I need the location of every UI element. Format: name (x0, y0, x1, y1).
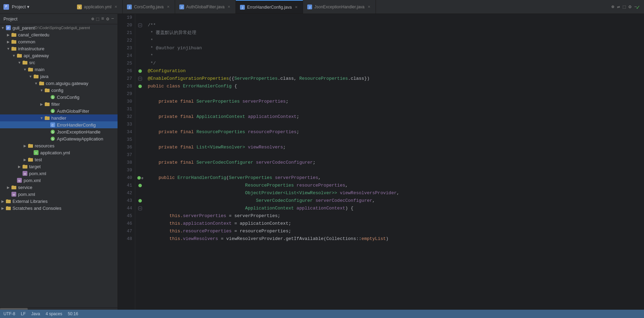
tree-item-11[interactable]: ▶ filter (0, 101, 118, 108)
code-line[interactable]: */ (145, 60, 644, 67)
locate-file-icon[interactable]: ⊕ (91, 16, 94, 22)
tree-item-13[interactable]: ▼ handler (0, 114, 118, 121)
tab-auth-global-filter[interactable]: JAuthGlobalFilter.java✕ (175, 0, 236, 14)
tree-item-26[interactable]: ▶ Scratches and Consoles (0, 205, 118, 212)
tree-item-8[interactable]: ▼ com.atguigu.gateway (0, 80, 118, 87)
tree-arrow-icon[interactable]: ▶ (6, 184, 11, 190)
code-line[interactable]: * (145, 37, 644, 44)
tree-item-16[interactable]: S ApiGatewayApplication (0, 135, 118, 142)
tree-item-15[interactable]: S JsonExceptionHandle (0, 128, 118, 135)
tree-item-10[interactable]: S CorsConfig (0, 94, 118, 101)
status-item[interactable]: Java (31, 311, 40, 316)
code-content[interactable]: /** * 覆盖默认的异常处理 * * @author yinjihuan * … (145, 14, 644, 310)
tree-item-21[interactable]: M pom.xml (0, 170, 118, 177)
code-line[interactable]: this.serverProperties = serverProperties… (145, 212, 644, 220)
tree-item-25[interactable]: ▶ External Libraries (0, 198, 118, 205)
tree-arrow-icon[interactable] (6, 191, 11, 197)
tree-item-19[interactable]: ▶ test (0, 156, 118, 163)
status-item[interactable]: UTF-8 (3, 311, 15, 316)
code-line[interactable]: @Configuration (145, 67, 644, 75)
code-line[interactable] (145, 136, 644, 144)
tree-arrow-icon[interactable]: ▶ (22, 143, 28, 148)
sidebar-content[interactable]: ▼ P guli_parent D:\Code\SpringCode\guli_… (0, 24, 118, 308)
tree-item-3[interactable]: ▼ infrastructure (0, 45, 118, 52)
code-line[interactable]: * 覆盖默认的异常处理 (145, 29, 644, 37)
close-sidebar-icon[interactable]: − (111, 16, 114, 22)
tree-arrow-icon[interactable]: ▼ (17, 60, 22, 65)
code-line[interactable] (145, 121, 644, 128)
tree-arrow-icon[interactable]: ▶ (39, 101, 44, 107)
code-line[interactable]: private final ResourceProperties resourc… (145, 128, 644, 136)
split-editor-icon[interactable]: ⇌ (617, 4, 620, 10)
collapse-all-icon[interactable]: ⬚ (96, 16, 99, 22)
tree-arrow-icon[interactable]: ▼ (39, 87, 44, 93)
tree-arrow-icon[interactable]: ▶ (17, 164, 22, 169)
add-tab-icon[interactable]: ⊕ (611, 4, 614, 10)
tree-arrow-icon[interactable]: ▼ (28, 74, 33, 79)
tree-arrow-icon[interactable]: ▶ (6, 32, 11, 37)
tree-arrow-icon[interactable]: ▼ (11, 53, 17, 58)
tree-arrow-icon[interactable]: ▼ (6, 46, 11, 51)
tree-arrow-icon[interactable]: ▶ (0, 198, 6, 204)
tab-close-button[interactable]: ✕ (226, 5, 231, 9)
code-line[interactable]: private final ServerProperties serverPro… (145, 98, 644, 105)
code-line[interactable]: this.applicationContext = applicationCon… (145, 220, 644, 227)
code-line[interactable]: /** (145, 22, 644, 29)
code-line[interactable]: private final ApplicationContext applica… (145, 113, 644, 121)
tab-json-exception-handler[interactable]: JJsonExceptionHandler.java✕ (303, 0, 376, 14)
code-line[interactable]: private final List<ViewResolver> viewRes… (145, 144, 644, 151)
tree-item-0[interactable]: ▼ P guli_parent D:\Code\SpringCode\guli_… (0, 24, 118, 31)
tree-arrow-icon[interactable] (44, 94, 50, 100)
expand-all-icon[interactable]: ≡ (101, 16, 104, 22)
code-line[interactable]: this.resourceProperties = resourceProper… (145, 227, 644, 235)
tree-arrow-icon[interactable] (44, 122, 50, 128)
tree-item-24[interactable]: M pom.xml (0, 191, 118, 198)
code-line[interactable]: * (145, 52, 644, 60)
code-line[interactable]: ServerCodecConfigurer serverCodecConfigu… (145, 197, 644, 205)
tree-arrow-icon[interactable]: ▼ (39, 115, 44, 121)
tree-arrow-icon[interactable]: ▼ (22, 67, 28, 72)
code-line[interactable]: public class ErrorHandlerConfig { (145, 83, 644, 90)
status-item[interactable]: 4 spaces (45, 311, 62, 316)
tree-item-17[interactable]: ▶ resources (0, 142, 118, 149)
tree-arrow-icon[interactable]: ▶ (0, 205, 6, 211)
code-line[interactable] (145, 105, 644, 113)
code-line[interactable]: * @author yinjihuan (145, 44, 644, 52)
tab-close-button[interactable]: ✕ (113, 5, 118, 9)
tree-arrow-icon[interactable] (17, 171, 22, 176)
tree-arrow-icon[interactable]: ▼ (33, 80, 39, 86)
tab-close-button[interactable]: ✕ (367, 5, 371, 9)
tree-arrow-icon[interactable]: ▼ (0, 25, 6, 31)
tree-arrow-icon[interactable] (44, 129, 50, 135)
tree-item-12[interactable]: S AuthGlobalFilter (0, 108, 118, 114)
code-line[interactable] (145, 166, 644, 174)
code-line[interactable]: ResourceProperties resourceProperties, (145, 182, 644, 189)
tree-item-14[interactable]: C ErrorHandlerConfig (0, 121, 118, 128)
tree-item-20[interactable]: ▶ target (0, 163, 118, 170)
tree-item-18[interactable]: Y application.yml (0, 149, 118, 156)
tab-application-yml[interactable]: Yapplication.yml✕ (73, 0, 123, 14)
tree-arrow-icon[interactable] (44, 136, 50, 141)
tree-item-9[interactable]: ▼ config (0, 87, 118, 94)
title-project-label[interactable]: Project ▾ (12, 4, 29, 9)
tree-item-4[interactable]: ▼ api_gateway (0, 52, 118, 59)
tree-item-2[interactable]: ▶ common (0, 38, 118, 45)
tree-item-6[interactable]: ▼ main (0, 66, 118, 73)
tab-cors-config[interactable]: JCorsConfig.java✕ (123, 0, 175, 14)
tree-arrow-icon[interactable]: ▶ (22, 157, 28, 162)
tree-item-1[interactable]: ▶ canal_clientedu (0, 31, 118, 38)
tab-close-button[interactable]: ✕ (166, 5, 171, 9)
tab-error-handler-config[interactable]: JErrorHandlerConfig.java✕ (236, 0, 303, 14)
code-line[interactable] (145, 14, 644, 22)
tree-arrow-icon[interactable] (11, 178, 17, 183)
tree-item-23[interactable]: ▶ service (0, 184, 118, 191)
tree-arrow-icon[interactable]: ▶ (6, 39, 11, 44)
status-item[interactable]: LF (21, 311, 26, 316)
status-item[interactable]: 50:16 (68, 311, 78, 316)
tree-arrow-icon[interactable] (44, 108, 50, 114)
tab-close-button[interactable]: ✕ (294, 5, 299, 10)
tree-item-5[interactable]: ▼ src (0, 59, 118, 66)
code-line[interactable]: @EnableConfigurationProperties({ServerPr… (145, 75, 644, 83)
tree-item-22[interactable]: M pom.xml (0, 177, 118, 184)
split-vertical-icon[interactable]: ⬚ (623, 4, 626, 10)
